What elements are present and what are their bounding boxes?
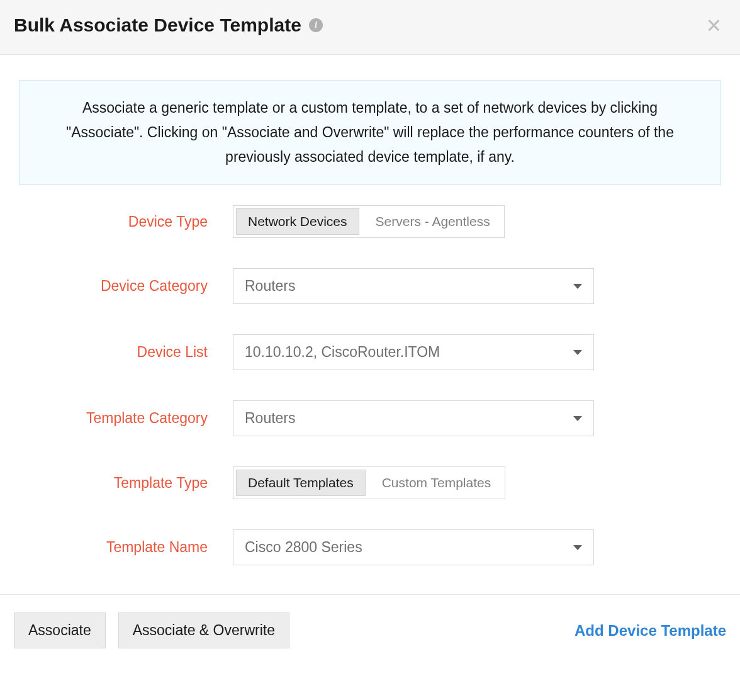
row-device-category: Device Category Routers: [19, 268, 721, 304]
device-list-select[interactable]: 10.10.10.2, CiscoRouter.ITOM: [233, 334, 594, 370]
associate-overwrite-button[interactable]: Associate & Overwrite: [118, 612, 289, 648]
label-template-name: Template Name: [19, 539, 233, 556]
footer-buttons: Associate Associate & Overwrite: [14, 612, 289, 648]
row-template-category: Template Category Routers: [19, 400, 721, 436]
device-category-value: Routers: [245, 278, 296, 295]
device-type-toggle: Network Devices Servers - Agentless: [233, 205, 505, 238]
row-template-type: Template Type Default Templates Custom T…: [19, 466, 721, 499]
row-device-type: Device Type Network Devices Servers - Ag…: [19, 205, 721, 238]
chevron-down-icon: [573, 284, 582, 289]
device-type-option-servers[interactable]: Servers - Agentless: [362, 206, 504, 237]
template-name-select[interactable]: Cisco 2800 Series: [233, 529, 594, 565]
device-list-value: 10.10.10.2, CiscoRouter.ITOM: [245, 344, 440, 361]
modal-footer: Associate Associate & Overwrite Add Devi…: [0, 594, 740, 666]
modal-header: Bulk Associate Device Template i ×: [0, 0, 740, 55]
device-type-option-network[interactable]: Network Devices: [236, 208, 359, 235]
template-type-option-custom[interactable]: Custom Templates: [368, 468, 505, 498]
template-type-toggle-wrap: Default Templates Custom Templates: [233, 466, 505, 499]
template-type-toggle: Default Templates Custom Templates: [233, 466, 505, 499]
add-device-template-link[interactable]: Add Device Template: [575, 622, 726, 640]
modal-title-wrap: Bulk Associate Device Template i: [14, 14, 323, 36]
template-category-select[interactable]: Routers: [233, 400, 594, 436]
row-device-list: Device List 10.10.10.2, CiscoRouter.ITOM: [19, 334, 721, 370]
close-icon[interactable]: ×: [702, 13, 726, 38]
chevron-down-icon: [573, 350, 582, 355]
device-category-select[interactable]: Routers: [233, 268, 594, 304]
template-category-value: Routers: [245, 410, 296, 427]
modal-body: Associate a generic template or a custom…: [0, 55, 740, 614]
info-icon[interactable]: i: [309, 18, 323, 32]
label-device-list: Device List: [19, 344, 233, 361]
modal-title: Bulk Associate Device Template: [14, 14, 301, 36]
label-device-type: Device Type: [19, 213, 233, 230]
info-banner: Associate a generic template or a custom…: [19, 80, 721, 185]
template-type-option-default[interactable]: Default Templates: [236, 470, 366, 496]
template-name-value: Cisco 2800 Series: [245, 539, 362, 556]
associate-button[interactable]: Associate: [14, 612, 106, 648]
device-type-toggle-wrap: Network Devices Servers - Agentless: [233, 205, 505, 238]
chevron-down-icon: [573, 416, 582, 421]
chevron-down-icon: [573, 545, 582, 550]
row-template-name: Template Name Cisco 2800 Series: [19, 529, 721, 565]
label-device-category: Device Category: [19, 278, 233, 295]
label-template-type: Template Type: [19, 475, 233, 492]
label-template-category: Template Category: [19, 410, 233, 427]
